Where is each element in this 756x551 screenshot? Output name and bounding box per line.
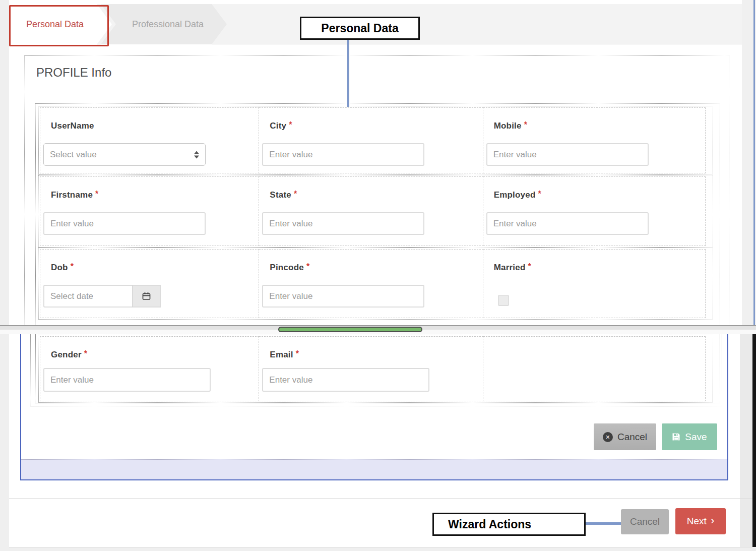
required-marker: * bbox=[296, 349, 299, 358]
label-text: State bbox=[270, 190, 291, 200]
tab-professional-label: Professional Data bbox=[132, 19, 204, 30]
required-marker: * bbox=[289, 120, 292, 129]
wizard-next-button[interactable]: Next › bbox=[675, 508, 726, 534]
required-marker: * bbox=[294, 190, 297, 198]
field-city: City* bbox=[259, 107, 483, 173]
label-text: City bbox=[270, 121, 286, 131]
select-updown-icon bbox=[194, 151, 199, 158]
seam-green-fragment bbox=[278, 327, 422, 332]
circle-x-icon: ✕ bbox=[603, 432, 613, 442]
annotation-wizard-actions-text: Wizard Actions bbox=[448, 518, 531, 531]
label-text: Pincode bbox=[270, 263, 304, 272]
annotation-connector-vertical-line bbox=[347, 40, 349, 107]
field-dob: Dob* bbox=[40, 249, 259, 318]
field-empty-cell bbox=[483, 336, 706, 401]
city-input[interactable] bbox=[262, 143, 424, 166]
field-pincode: Pincode* bbox=[259, 249, 483, 318]
form-save-label: Save bbox=[685, 432, 707, 443]
field-married: Married* bbox=[483, 249, 706, 318]
annotation-personal-data-text: Personal Data bbox=[321, 22, 398, 35]
footer-bottom-strip bbox=[0, 547, 756, 551]
wizard-form-screenshot: Professional Data Personal Data Personal… bbox=[0, 0, 756, 551]
firstname-input[interactable] bbox=[43, 212, 206, 235]
label-text: Email bbox=[270, 350, 293, 359]
field-mobile-label: Mobile* bbox=[494, 121, 527, 131]
field-gender: Gender* bbox=[40, 336, 259, 401]
field-row-4: Gender* Email* bbox=[38, 335, 713, 403]
required-marker: * bbox=[524, 120, 527, 129]
field-state: State* bbox=[259, 176, 483, 246]
field-firstname: Firstname* bbox=[40, 176, 259, 246]
wizard-cancel-button[interactable]: Cancel bbox=[621, 509, 669, 534]
field-state-label: State* bbox=[270, 190, 297, 200]
label-text: Dob bbox=[51, 263, 68, 272]
state-input[interactable] bbox=[262, 212, 424, 235]
field-dob-label: Dob* bbox=[51, 263, 74, 273]
wizard-cancel-label: Cancel bbox=[630, 516, 660, 527]
field-email: Email* bbox=[259, 336, 483, 401]
annotation-personal-data-callout: Personal Data bbox=[300, 17, 420, 40]
save-icon bbox=[672, 433, 680, 441]
form-save-button[interactable]: Save bbox=[662, 423, 717, 450]
label-text: Married bbox=[494, 263, 526, 272]
email-input[interactable] bbox=[262, 368, 429, 392]
required-marker: * bbox=[528, 262, 531, 271]
required-marker: * bbox=[84, 349, 87, 358]
calendar-icon bbox=[142, 291, 151, 301]
panel-right-border-top bbox=[753, 0, 755, 325]
field-married-label: Married* bbox=[494, 263, 531, 273]
right-black-bar bbox=[752, 334, 756, 547]
left-gutter bbox=[0, 0, 9, 551]
label-text: UserName bbox=[51, 121, 94, 131]
field-mobile: Mobile* bbox=[483, 107, 706, 173]
field-firstname-label: Firstname* bbox=[51, 190, 99, 200]
panel-title: PROFILE Info bbox=[36, 66, 111, 80]
married-checkbox[interactable] bbox=[498, 295, 509, 306]
chevron-right-icon: › bbox=[711, 515, 714, 526]
annotation-wizard-actions-callout: Wizard Actions bbox=[432, 513, 586, 536]
required-marker: * bbox=[538, 190, 541, 198]
mobile-input[interactable] bbox=[486, 143, 649, 166]
employed-input[interactable] bbox=[486, 212, 649, 235]
label-text: Employed bbox=[494, 190, 536, 200]
required-marker: * bbox=[71, 262, 74, 271]
form-cancel-button[interactable]: ✕ Cancel bbox=[594, 423, 656, 450]
label-text: Mobile bbox=[494, 121, 522, 131]
dob-input[interactable] bbox=[43, 285, 132, 308]
field-city-label: City* bbox=[270, 121, 292, 131]
field-row-3: Dob* Pincode* bbox=[38, 248, 713, 320]
tab-professional-data[interactable]: Professional Data bbox=[101, 4, 227, 44]
field-email-label: Email* bbox=[270, 350, 299, 360]
footer-divider-top bbox=[9, 498, 752, 499]
field-username-label: UserName bbox=[51, 121, 94, 131]
gender-input[interactable] bbox=[43, 368, 211, 392]
label-text: Gender bbox=[51, 350, 82, 359]
select-placeholder: Select value bbox=[50, 150, 97, 160]
field-pincode-label: Pincode* bbox=[270, 263, 309, 273]
field-row-2: Firstname* State* Employed* bbox=[38, 175, 713, 248]
field-username: UserName Select value bbox=[40, 107, 259, 173]
pincode-input[interactable] bbox=[262, 285, 424, 308]
screenshot-seam bbox=[0, 325, 756, 334]
wizard-next-label: Next bbox=[687, 516, 707, 527]
dob-field-group bbox=[43, 285, 161, 308]
annotation-highlight-box bbox=[9, 5, 109, 46]
label-text: Firstname bbox=[51, 190, 93, 200]
form-cancel-label: Cancel bbox=[617, 432, 647, 443]
field-row-1: UserName Select value City* Mobile* bbox=[38, 106, 713, 175]
calendar-addon-button[interactable] bbox=[132, 285, 161, 308]
annotation-connector-horizontal-line bbox=[586, 522, 621, 525]
panel-footer-band bbox=[21, 459, 727, 479]
field-gender-label: Gender* bbox=[51, 350, 87, 360]
field-employed-label: Employed* bbox=[494, 190, 541, 200]
field-employed: Employed* bbox=[483, 176, 706, 246]
required-marker: * bbox=[306, 262, 309, 271]
username-select[interactable]: Select value bbox=[43, 143, 206, 166]
required-marker: * bbox=[95, 190, 98, 198]
